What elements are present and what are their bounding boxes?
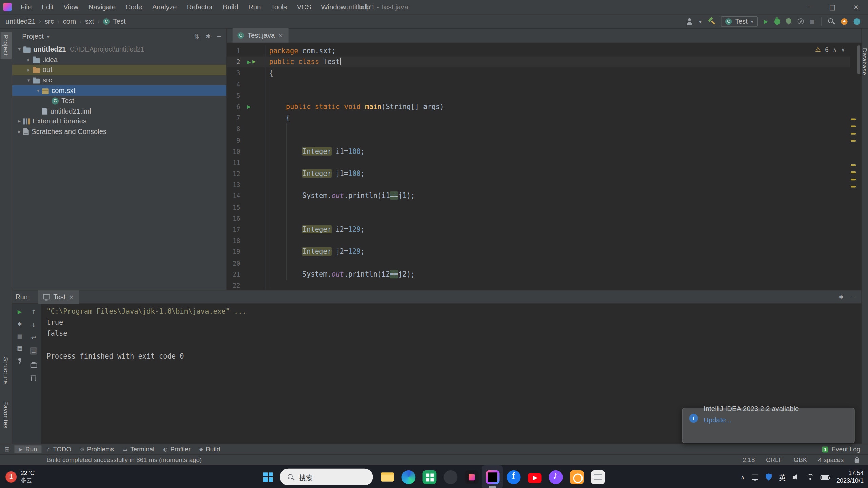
menu-code[interactable]: Code — [121, 1, 146, 13]
close-button[interactable]: × — [844, 0, 868, 14]
prev-warning-icon[interactable]: ∧ — [833, 47, 837, 52]
project-tree[interactable]: ▾untitled21C:\IDEAproject\untitled21▸.id… — [12, 44, 226, 290]
line-number[interactable]: 22 — [227, 280, 240, 290]
code-text[interactable]: Integer i1=100; — [266, 146, 850, 157]
gutter[interactable] — [240, 45, 266, 57]
code-text[interactable] — [266, 280, 850, 290]
line-separator[interactable]: CRLF — [766, 456, 783, 463]
gutter[interactable] — [240, 146, 266, 157]
chevron-right-icon[interactable]: ▸ — [25, 67, 33, 73]
update-icon[interactable] — [841, 18, 848, 25]
taskbar-app-dark[interactable] — [440, 465, 461, 488]
downg-icon[interactable]: ↓ — [31, 322, 36, 328]
tray-expand-icon[interactable]: ∧ — [741, 474, 745, 480]
code-text[interactable]: public static void main(String[] args) — [266, 101, 850, 113]
tree-item-idea[interactable]: ▸.idea — [12, 55, 226, 65]
code-text[interactable] — [266, 179, 850, 190]
warning-stripe-mark[interactable] — [851, 179, 856, 180]
breadcrumb-sxt[interactable]: sxt — [85, 17, 94, 25]
toolwindow-tab-todo[interactable]: ✓TODO — [42, 445, 76, 453]
run-line-icon[interactable]: ▶ — [247, 101, 251, 113]
weather-widget[interactable]: 1 22°C 多云 — [5, 465, 35, 488]
toolwindow-stripe-database[interactable]: Database — [862, 45, 868, 78]
taskbar-app-facebook[interactable] — [503, 465, 524, 488]
taskbar-app-youtube[interactable] — [524, 465, 545, 488]
gutter[interactable] — [240, 213, 266, 224]
line-number[interactable]: 12 — [227, 168, 240, 179]
scrollendg-icon[interactable]: ≡ — [30, 347, 37, 354]
line-number[interactable]: 1 — [227, 45, 240, 57]
tab-test-java[interactable]: C Test.java × — [233, 28, 288, 42]
toolwindow-stripe-project[interactable]: Project — [1, 32, 12, 59]
chevron-right-icon[interactable]: ▸ — [16, 119, 23, 124]
gutter[interactable]: ▶▶ — [240, 57, 266, 68]
line-number[interactable]: 14 — [227, 190, 240, 202]
hide-icon[interactable]: ─ — [851, 294, 855, 300]
code-text[interactable]: public class Test — [266, 57, 850, 68]
code-text[interactable] — [266, 235, 850, 246]
taskbar-app-edge[interactable] — [398, 465, 419, 488]
line-number[interactable]: 13 — [227, 179, 240, 190]
line-number[interactable]: 19 — [227, 246, 240, 258]
gutter[interactable] — [240, 190, 266, 202]
collapse-icon[interactable]: ⇅ — [194, 34, 199, 40]
tray-display-icon[interactable] — [752, 474, 758, 480]
chevron-down-icon[interactable]: ▾ — [34, 88, 42, 93]
debug-icon[interactable] — [774, 18, 780, 25]
event-log-button[interactable]: 1Event Log — [822, 446, 860, 453]
clock[interactable]: 17:54 2023/10/1 — [836, 470, 864, 484]
toolwindow-tab-profiler[interactable]: ◐Profiler — [159, 445, 195, 453]
code-text[interactable] — [266, 202, 850, 213]
hide-icon[interactable]: ─ — [217, 34, 221, 40]
line-number[interactable]: 2 — [227, 57, 240, 68]
notification-update-link[interactable]: Update... — [704, 416, 847, 424]
minimize-button[interactable]: ─ — [796, 0, 820, 14]
line-number[interactable]: 18 — [227, 235, 240, 246]
pin-icon[interactable] — [17, 358, 23, 364]
taskbar-app-orange[interactable] — [566, 465, 587, 488]
line-number[interactable]: 17 — [227, 224, 240, 235]
run-config-selector[interactable]: CTest▾ — [721, 16, 758, 27]
warning-stripe-mark[interactable] — [851, 186, 856, 188]
toolwindow-stripe-favorites[interactable]: Favorites — [1, 399, 12, 432]
battery-icon[interactable] — [821, 475, 829, 480]
rerun-icon[interactable]: ▶ — [18, 309, 22, 315]
gutter[interactable] — [240, 235, 266, 246]
warning-stripe-mark[interactable] — [851, 140, 856, 142]
lock-icon[interactable] — [855, 459, 859, 463]
taskbar-app-notes[interactable] — [587, 465, 608, 488]
project-panel-title[interactable]: Project — [22, 33, 44, 40]
caret-position[interactable]: 2:18 — [743, 456, 755, 463]
profiler-icon[interactable] — [797, 18, 804, 24]
ime-indicator[interactable]: 英 — [779, 472, 786, 482]
menu-refactor[interactable]: Refactor — [182, 1, 217, 13]
warning-stripe-mark[interactable] — [851, 126, 856, 127]
code-text[interactable]: Integer i2=129; — [266, 224, 850, 235]
code-text[interactable]: Integer j2=129; — [266, 246, 850, 258]
menu-build[interactable]: Build — [218, 1, 243, 13]
line-number[interactable]: 16 — [227, 213, 240, 224]
line-number[interactable]: 20 — [227, 258, 240, 269]
toolwindow-tab-build[interactable]: ◆Build — [195, 445, 224, 453]
tree-item-com-sxt[interactable]: ▾com.sxt — [12, 85, 226, 96]
chevron-down-icon[interactable]: ▾ — [25, 78, 33, 83]
taskbar-app-idea[interactable] — [482, 465, 503, 488]
gutter[interactable] — [240, 157, 266, 168]
run-tab-test[interactable]: Test × — [38, 290, 79, 303]
tree-item-external-libraries[interactable]: ▸External Libraries — [12, 116, 226, 126]
gutter[interactable] — [240, 280, 266, 290]
search-icon[interactable] — [828, 18, 833, 23]
hammer-icon[interactable] — [708, 18, 715, 25]
warning-stripe-mark[interactable] — [851, 164, 856, 166]
gutter[interactable] — [240, 246, 266, 258]
gutter[interactable] — [240, 269, 266, 280]
code-text[interactable] — [266, 157, 850, 168]
gutter[interactable] — [240, 124, 266, 135]
gutter[interactable] — [240, 113, 266, 124]
line-number[interactable]: 3 — [227, 68, 240, 79]
code-editor[interactable]: 1package com.sxt;2▶▶public class Test3{4… — [227, 43, 850, 290]
wrench-icon[interactable]: ✱ — [17, 322, 22, 327]
line-number[interactable]: 7 — [227, 113, 240, 124]
softwrapg-icon[interactable]: ↩ — [31, 335, 36, 341]
code-text[interactable]: package com.sxt; — [266, 45, 850, 57]
